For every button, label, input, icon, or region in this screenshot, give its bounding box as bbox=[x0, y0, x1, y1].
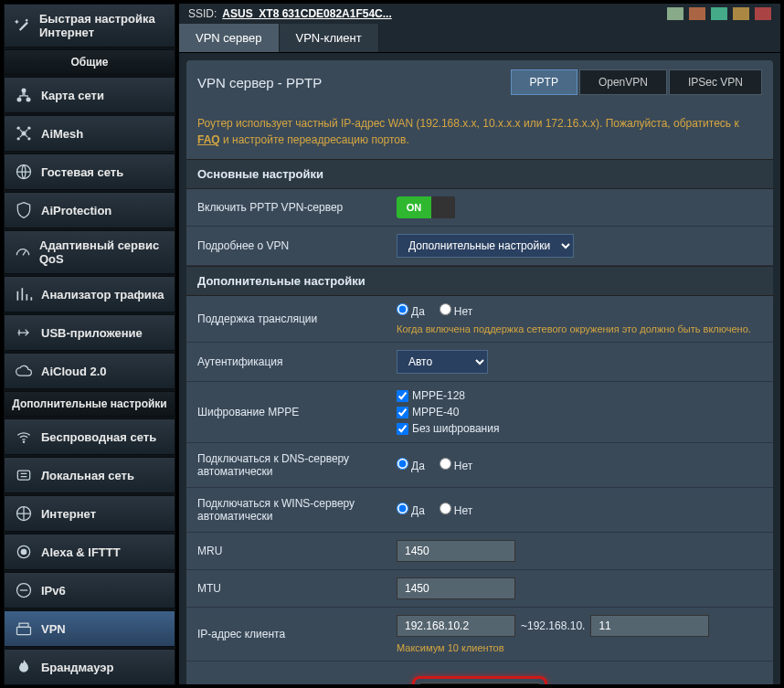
row-dns: Подключаться к DNS-серверу автоматически… bbox=[186, 443, 773, 488]
sidebar-guest[interactable]: Гостевая сеть bbox=[4, 153, 175, 190]
status-icon bbox=[755, 7, 771, 20]
panel-title: VPN сервер - PPTP bbox=[197, 75, 322, 90]
tab-vpn-client[interactable]: VPN-клиент bbox=[280, 24, 379, 52]
sidebar-usb[interactable]: USB-приложение bbox=[4, 314, 175, 351]
label-wins: Подключаться к WINS-серверу автоматическ… bbox=[186, 488, 386, 532]
top-status-icons bbox=[667, 7, 771, 20]
sidebar-label: Локальная сеть bbox=[41, 469, 134, 482]
sidebar-label: Беспроводная сеть bbox=[41, 430, 156, 444]
sidebar-label: Alexa & IFTTT bbox=[41, 545, 121, 559]
sidebar-general-header: Общие bbox=[4, 49, 175, 75]
lan-icon bbox=[14, 465, 34, 485]
row-client-ip: IP-адрес клиента ~192.168.10. Максимум 1… bbox=[186, 608, 773, 662]
proto-pptp-button[interactable]: PPTP bbox=[511, 69, 577, 95]
voice-icon bbox=[14, 542, 34, 562]
broadcast-hint: Когда включена поддержка сетевого окруже… bbox=[397, 323, 751, 334]
vpn-icon bbox=[14, 619, 34, 639]
svg-rect-10 bbox=[17, 471, 29, 480]
row-enable: Включить PPTP VPN-сервер ON bbox=[186, 189, 773, 227]
proto-openvpn-button[interactable]: OpenVPN bbox=[579, 69, 667, 95]
apply-button[interactable]: Применить bbox=[418, 683, 541, 684]
row-wins: Подключаться к WINS-серверу автоматическ… bbox=[186, 488, 773, 533]
sidebar-label: VPN bbox=[41, 622, 66, 636]
sidebar-label: Интернет bbox=[41, 507, 96, 521]
fire-icon bbox=[14, 657, 34, 677]
mtu-input[interactable] bbox=[397, 577, 515, 599]
wins-no[interactable]: Нет bbox=[440, 503, 472, 517]
sidebar-ipv6[interactable]: IPv6 bbox=[4, 572, 175, 609]
svg-point-2 bbox=[26, 98, 31, 102]
label-broadcast: Поддержка трансляции bbox=[186, 303, 386, 334]
sidebar-vpn[interactable]: VPN bbox=[4, 610, 175, 647]
broadcast-no[interactable]: Нет bbox=[440, 303, 472, 318]
basic-settings-header: Основные настройки bbox=[186, 159, 773, 189]
sidebar-wan[interactable]: Интернет bbox=[4, 495, 175, 532]
row-details: Подробнее о VPN Дополнительные настройки bbox=[186, 227, 773, 266]
label-mtu: MTU bbox=[186, 573, 386, 604]
sidebar-label: AiProtection bbox=[41, 204, 111, 217]
sidebar-aicloud[interactable]: AiCloud 2.0 bbox=[4, 353, 175, 389]
sidebar-alexa[interactable]: Alexa & IFTTT bbox=[4, 534, 175, 570]
mru-input[interactable] bbox=[397, 540, 515, 562]
sidebar-aiprotection[interactable]: AiProtection bbox=[4, 192, 175, 228]
status-icon bbox=[733, 7, 749, 20]
svg-point-9 bbox=[23, 441, 26, 444]
sidebar-network-map[interactable]: Карта сети bbox=[4, 77, 175, 113]
main-content: SSID: ASUS_XT8 631CDE082A1F54C... VPN се… bbox=[179, 4, 780, 684]
sidebar-wireless[interactable]: Беспроводная сеть bbox=[4, 418, 175, 455]
sidebar-label: AiCloud 2.0 bbox=[41, 365, 107, 378]
label-details: Подробнее о VPN bbox=[186, 230, 386, 261]
mppe-40[interactable]: MPPE-40 bbox=[397, 406, 499, 418]
svg-point-6 bbox=[17, 137, 20, 140]
sidebar-label: Карта сети bbox=[41, 89, 104, 102]
mppe-128[interactable]: MPPE-128 bbox=[397, 389, 499, 402]
status-icon bbox=[667, 7, 683, 20]
sidebar-traffic[interactable]: Анализатор трафика bbox=[4, 276, 175, 312]
details-select[interactable]: Дополнительные настройки bbox=[397, 234, 574, 258]
sidebar-lan[interactable]: Локальная сеть bbox=[4, 457, 175, 493]
svg-point-5 bbox=[27, 127, 30, 130]
tabs: VPN сервер VPN-клиент bbox=[179, 24, 780, 53]
sidebar-quick-setup[interactable]: Быстрая настройка Интернет bbox=[4, 4, 175, 48]
broadcast-yes[interactable]: Да bbox=[397, 303, 425, 318]
apply-row: Применить bbox=[186, 662, 773, 684]
sidebar-label: Быстрая настройка Интернет bbox=[39, 12, 165, 39]
sidebar-qos[interactable]: Адаптивный сервис QoS bbox=[4, 230, 175, 274]
sidebar-firewall[interactable]: Брандмауэр bbox=[4, 649, 175, 685]
label-dns: Подключаться к DNS-серверу автоматически bbox=[186, 443, 386, 487]
ip-range-prefix: ~192.168.10. bbox=[521, 619, 585, 632]
dns-no[interactable]: Нет bbox=[440, 458, 472, 472]
warning-message: Роутер использует частный IP-адрес WAN (… bbox=[186, 104, 773, 159]
svg-point-0 bbox=[22, 89, 26, 93]
svg-point-12 bbox=[21, 549, 27, 556]
sidebar-label: Гостевая сеть bbox=[41, 165, 123, 179]
sidebar-label: USB-приложение bbox=[41, 326, 143, 340]
sidebar-label: Адаптивный сервис QoS bbox=[39, 238, 165, 266]
ip-end-input[interactable] bbox=[590, 615, 709, 637]
apply-highlight: Применить bbox=[412, 676, 547, 684]
wifi-icon bbox=[14, 427, 34, 447]
faq-link[interactable]: FAQ bbox=[197, 133, 220, 146]
label-client-ip: IP-адрес клиента bbox=[186, 619, 386, 650]
enable-toggle[interactable]: ON bbox=[397, 196, 455, 218]
row-auth: Аутентификация Авто bbox=[186, 343, 773, 382]
ssid-value[interactable]: ASUS_XT8 631CDE082A1F54C... bbox=[222, 7, 391, 20]
row-broadcast: Поддержка трансляции Да Нет Когда включе… bbox=[186, 296, 773, 343]
proto-ipsec-button[interactable]: IPSec VPN bbox=[669, 69, 762, 95]
svg-rect-16 bbox=[19, 623, 28, 627]
globe-icon bbox=[14, 162, 34, 182]
wins-yes[interactable]: Да bbox=[397, 503, 425, 517]
ip-start-input[interactable] bbox=[397, 615, 515, 637]
label-mru: MRU bbox=[186, 535, 386, 566]
ssid-label: SSID: bbox=[188, 7, 217, 20]
mppe-none[interactable]: Без шифрования bbox=[397, 422, 499, 435]
sidebar: Быстрая настройка Интернет Общие Карта с… bbox=[4, 4, 175, 684]
dns-yes[interactable]: Да bbox=[397, 458, 425, 472]
svg-point-4 bbox=[17, 127, 20, 130]
sidebar-aimesh[interactable]: AiMesh bbox=[4, 115, 175, 152]
auth-select[interactable]: Авто bbox=[397, 350, 488, 374]
ipv6-icon bbox=[14, 580, 34, 600]
row-mppe: Шифрование MPPE MPPE-128 MPPE-40 Без шиф… bbox=[186, 382, 773, 443]
tab-vpn-server[interactable]: VPN сервер bbox=[179, 24, 280, 52]
usb-icon bbox=[14, 323, 34, 343]
